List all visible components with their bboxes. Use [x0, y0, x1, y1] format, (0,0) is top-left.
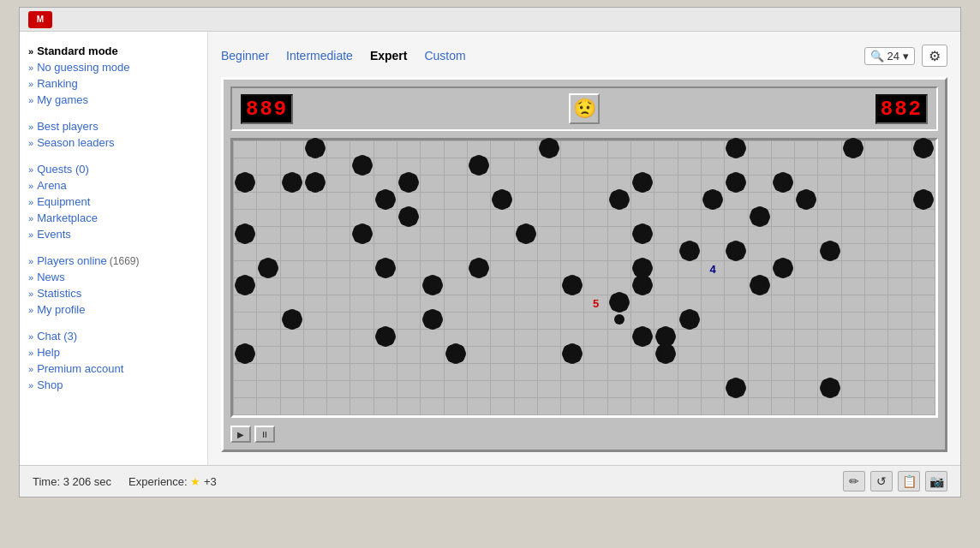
grid-cell[interactable]: [771, 210, 794, 227]
grid-cell[interactable]: [467, 176, 490, 193]
grid-cell[interactable]: [537, 227, 560, 244]
grid-cell[interactable]: [725, 244, 748, 261]
grid-cell[interactable]: [444, 141, 467, 158]
grid-cell[interactable]: [327, 330, 350, 347]
grid-cell[interactable]: [373, 330, 397, 347]
grid-cell[interactable]: [234, 261, 257, 278]
grid-cell[interactable]: [701, 347, 724, 364]
grid-cell[interactable]: [911, 193, 935, 210]
grid-cell[interactable]: [818, 227, 841, 244]
grid-cell[interactable]: [327, 313, 350, 330]
pencil-button[interactable]: ✏: [843, 471, 865, 491]
grid-cell[interactable]: [654, 295, 678, 313]
pause-button[interactable]: ⏸: [254, 426, 275, 443]
grid-cell[interactable]: [397, 176, 421, 193]
grid-cell[interactable]: [888, 261, 911, 278]
refresh-button[interactable]: ↺: [870, 471, 893, 491]
grid-cell[interactable]: [514, 261, 537, 278]
grid-cell[interactable]: [678, 398, 701, 415]
grid-cell[interactable]: [467, 330, 490, 347]
grid-cell[interactable]: [327, 193, 350, 210]
grid-cell[interactable]: [818, 278, 841, 295]
sidebar-item-events[interactable]: » Events: [28, 228, 199, 241]
grid-cell[interactable]: [257, 313, 280, 330]
grid-cell[interactable]: [373, 261, 397, 278]
grid-cell[interactable]: [725, 381, 748, 398]
grid-cell[interactable]: [280, 313, 303, 330]
grid-cell[interactable]: [303, 295, 326, 313]
grid-cell[interactable]: [795, 278, 818, 295]
grid-cell[interactable]: [373, 364, 397, 381]
grid-cell[interactable]: [280, 141, 303, 158]
grid-cell[interactable]: [631, 398, 654, 415]
grid-cell[interactable]: [327, 295, 350, 313]
grid-cell[interactable]: [818, 364, 841, 381]
grid-cell[interactable]: [373, 295, 397, 313]
grid-cell[interactable]: [514, 364, 537, 381]
grid-cell[interactable]: [888, 227, 911, 244]
grid-cell[interactable]: [280, 398, 303, 415]
grid-cell[interactable]: [444, 313, 467, 330]
grid-cell[interactable]: [911, 364, 935, 381]
grid-cell[interactable]: [841, 364, 864, 381]
grid-cell[interactable]: [584, 313, 607, 330]
grid-cell[interactable]: [514, 330, 537, 347]
grid-cell[interactable]: [725, 295, 748, 313]
grid-cell[interactable]: [771, 313, 794, 330]
grid-cell[interactable]: [607, 330, 630, 347]
grid-cell[interactable]: [748, 261, 771, 278]
grid-cell[interactable]: [631, 193, 654, 210]
grid-cell[interactable]: [234, 176, 257, 193]
grid-cell[interactable]: [467, 227, 490, 244]
grid-cell[interactable]: [421, 381, 444, 398]
grid-cell[interactable]: [865, 176, 888, 193]
grid-cell[interactable]: [678, 295, 701, 313]
grid-cell[interactable]: [748, 210, 771, 227]
grid-cell[interactable]: [421, 227, 444, 244]
grid-cell[interactable]: [327, 381, 350, 398]
grid-cell[interactable]: [911, 295, 935, 313]
grid-cell[interactable]: [607, 278, 630, 295]
grid-cell[interactable]: [654, 141, 678, 158]
grid-cell[interactable]: [888, 278, 911, 295]
grid-cell[interactable]: [397, 313, 421, 330]
grid-cell[interactable]: [561, 381, 584, 398]
grid-cell[interactable]: [444, 176, 467, 193]
grid-cell[interactable]: [257, 381, 280, 398]
grid-cell[interactable]: [865, 364, 888, 381]
grid-cell[interactable]: [327, 141, 350, 158]
smiley-button[interactable]: 😟: [569, 93, 600, 124]
grid-cell[interactable]: [701, 158, 724, 176]
grid-cell[interactable]: [561, 158, 584, 176]
grid-cell[interactable]: [818, 381, 841, 398]
grid-cell[interactable]: [631, 347, 654, 364]
grid-cell[interactable]: [537, 158, 560, 176]
grid-cell[interactable]: [257, 193, 280, 210]
sidebar-item-season-leaders[interactable]: » Season leaders: [28, 136, 199, 149]
grid-cell[interactable]: [257, 278, 280, 295]
sidebar-item-marketplace[interactable]: » Marketplace: [28, 211, 199, 224]
grid-cell[interactable]: [444, 278, 467, 295]
grid-cell[interactable]: [303, 244, 326, 261]
grid-cell[interactable]: [537, 398, 560, 415]
grid-cell[interactable]: [725, 278, 748, 295]
grid-cell[interactable]: [491, 295, 514, 313]
sidebar-item-ranking[interactable]: » Ranking: [28, 77, 199, 90]
grid-cell[interactable]: [514, 347, 537, 364]
grid-cell[interactable]: [701, 295, 724, 313]
grid-cell[interactable]: [865, 398, 888, 415]
sidebar-item-best-players[interactable]: » Best players: [28, 120, 199, 133]
grid-cell[interactable]: [911, 330, 935, 347]
grid-cell[interactable]: [748, 295, 771, 313]
grid-cell[interactable]: [514, 295, 537, 313]
grid-cell[interactable]: [607, 398, 630, 415]
grid-cell[interactable]: [678, 347, 701, 364]
grid-cell[interactable]: [795, 244, 818, 261]
grid-cell[interactable]: [514, 158, 537, 176]
grid-cell[interactable]: [795, 141, 818, 158]
grid-cell[interactable]: [607, 141, 630, 158]
grid-cell[interactable]: [725, 176, 748, 193]
grid-cell[interactable]: [888, 141, 911, 158]
grid-cell[interactable]: [584, 347, 607, 364]
grid-cell[interactable]: [350, 244, 373, 261]
